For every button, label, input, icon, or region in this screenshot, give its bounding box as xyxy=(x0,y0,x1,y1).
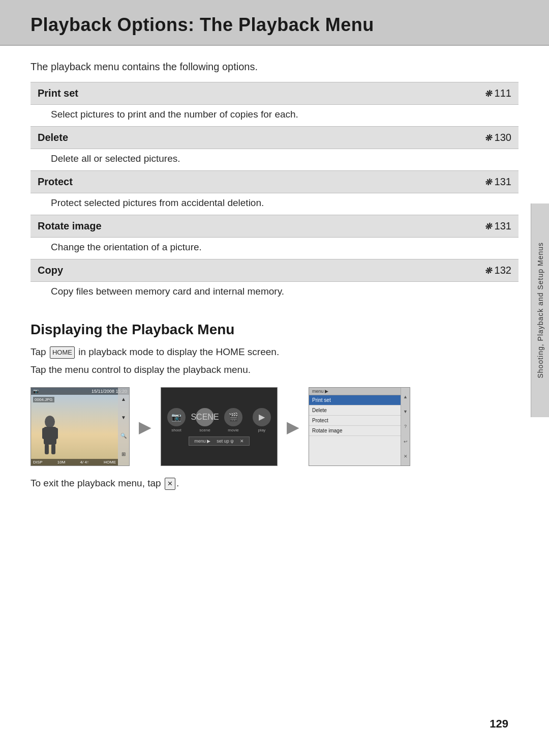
menu-item-ref: ❊ 131 xyxy=(350,171,518,193)
svg-point-0 xyxy=(45,416,55,428)
page-title: Playback Options: The Playback Menu xyxy=(30,14,518,36)
scene-icon-label: scene xyxy=(199,428,210,432)
movie-icon-item: 🎬 movie xyxy=(224,408,242,432)
step1-text: Tap HOME in playback mode to display the… xyxy=(30,345,518,360)
table-row: Delete ❊ 130 xyxy=(30,127,518,149)
menu-item-name: Copy xyxy=(30,259,350,282)
back-icon: ↩ xyxy=(404,439,408,444)
arrow-right-icon-2: ▶ xyxy=(287,417,299,437)
screen1-inner: 📷 15/11/2008 15:20 0004.JPG xyxy=(31,388,129,466)
disp-label: DISP xyxy=(33,460,43,464)
menu-label: menu ▶ xyxy=(194,439,210,444)
screen3-inner: menu ▶ ≡ Print set 🖨 Delete 🗑 Protect xyxy=(309,388,410,466)
movie-icon-label: movie xyxy=(228,428,238,432)
menu-screen-item-label: Print set xyxy=(312,397,331,403)
menu-screen-item-label: Protect xyxy=(312,418,328,423)
nav-up-icon: ▲ xyxy=(121,396,126,402)
svg-rect-2 xyxy=(42,428,46,439)
play-icon-label: play xyxy=(258,428,266,432)
section-heading: Displaying the Playback Menu xyxy=(30,322,518,338)
scene-icon-item: SCENE scene xyxy=(196,408,214,432)
person-silhouette xyxy=(36,415,64,455)
page-container: Playback Options: The Playback Menu The … xyxy=(0,0,549,756)
screen1-bottom: DISP 10M 4/ 4↑ HOME xyxy=(31,459,118,466)
nav-down-icon: ▼ xyxy=(121,415,126,420)
screen3-topbar: menu ▶ ≡ xyxy=(309,388,410,395)
shoot-icon-label: shoot xyxy=(171,428,181,432)
menu-item-ref: ❊ 111 xyxy=(350,82,518,105)
play-icon-item: ▶ play xyxy=(253,408,271,432)
intro-text: The playback menu contains the following… xyxy=(30,61,518,73)
menu-screen-item-rotate: Rotate image ↩ xyxy=(309,426,410,436)
menu-item-name: Protect xyxy=(30,171,350,193)
home-bottom-bar: menu ▶ set up ψ ✕ xyxy=(189,437,249,446)
home-icons-row: 📷 shoot SCENE scene 🎬 movie ▶ xyxy=(167,408,271,432)
table-row: Change the orientation of a picture. xyxy=(30,238,518,259)
menu-item-desc: Delete all or selected pictures. xyxy=(30,149,518,171)
camera-icon-top: 📷 xyxy=(33,389,39,394)
page-number: 129 xyxy=(490,717,508,731)
menu-item-name: Delete xyxy=(30,127,350,149)
frame-label: 4/ 4↑ xyxy=(80,460,89,464)
share-icon: ⊞ xyxy=(121,451,126,457)
camera-screen-screenshot: 📷 15/11/2008 15:20 0004.JPG xyxy=(30,387,130,466)
svg-rect-4 xyxy=(45,444,49,454)
screenshots-row: 📷 15/11/2008 15:20 0004.JPG xyxy=(30,387,518,466)
table-row: Copy files between memory card and inter… xyxy=(30,282,518,304)
menu-item-desc: Change the orientation of a picture. xyxy=(30,238,518,259)
menu-screen-item-label: Delete xyxy=(312,408,327,413)
menu-item-desc: Select pictures to print and the number … xyxy=(30,105,518,127)
nav-up-icon: ▲ xyxy=(403,394,408,399)
nav-down-icon: ▼ xyxy=(403,409,408,414)
table-row: Rotate image ❊ 131 xyxy=(30,215,518,238)
scene-icon-circle: SCENE xyxy=(196,408,214,426)
close-label: ✕ xyxy=(240,439,244,444)
menu-title: menu ▶ xyxy=(312,389,328,394)
table-row: Protect selected pictures from accidenta… xyxy=(30,193,518,215)
filename: 0004.JPG xyxy=(33,397,54,402)
menu-screen-item-label: Rotate image xyxy=(312,428,342,433)
movie-icon-circle: 🎬 xyxy=(224,408,242,426)
shoot-icon-circle: 📷 xyxy=(167,408,186,426)
exit-text: To exit the playback menu, tap ✕. xyxy=(30,476,518,491)
table-row: Delete all or selected pictures. xyxy=(30,149,518,171)
zoom-icon: 🔍 xyxy=(120,433,127,439)
table-row: Protect ❊ 131 xyxy=(30,171,518,193)
menu-item-ref: ❊ 131 xyxy=(350,215,518,238)
screen1-sidebar: ▲ ▼ 🔍 ⊞ xyxy=(118,388,129,466)
main-content: The playback menu contains the following… xyxy=(0,46,549,509)
screen3-sidebar: ▲ ▼ ? ↩ ✕ xyxy=(401,388,410,466)
side-tab-text: Shooting, Playback and Setup Menus xyxy=(536,242,544,379)
close-icon: ✕ xyxy=(404,454,408,459)
svg-rect-5 xyxy=(51,444,55,454)
arrow-right-icon-1: ▶ xyxy=(139,417,151,437)
menu-item-name: Print set xyxy=(30,82,350,105)
side-tab: Shooting, Playback and Setup Menus xyxy=(531,203,549,417)
menu-screen-item-protect: Protect 🔒 xyxy=(309,416,410,426)
setup-label: set up ψ xyxy=(217,439,233,444)
resolution-label: 10M xyxy=(57,460,66,464)
home-screen-screenshot: 📷 shoot SCENE scene 🎬 movie ▶ xyxy=(161,387,278,466)
shoot-icon-item: 📷 shoot xyxy=(167,408,186,432)
step2-text: Tap the menu control to display the play… xyxy=(30,363,518,377)
home-icon: HOME xyxy=(50,346,75,359)
table-row: Print set ❊ 111 xyxy=(30,82,518,105)
svg-rect-3 xyxy=(54,428,58,439)
screen2-inner: 📷 shoot SCENE scene 🎬 movie ▶ xyxy=(161,388,277,466)
menu-screen-item-printset: Print set 🖨 xyxy=(309,395,410,405)
menu-item-desc: Copy files between memory card and inter… xyxy=(30,282,518,304)
exit-icon: ✕ xyxy=(165,478,175,490)
header-bar: Playback Options: The Playback Menu xyxy=(0,0,549,46)
menu-item-ref: ❊ 130 xyxy=(350,127,518,149)
table-row: Select pictures to print and the number … xyxy=(30,105,518,127)
menu-screen-screenshot: menu ▶ ≡ Print set 🖨 Delete 🗑 Protect xyxy=(309,387,410,466)
menu-item-name: Rotate image xyxy=(30,215,350,238)
menu-screen-item-delete: Delete 🗑 xyxy=(309,405,410,416)
help-icon: ? xyxy=(404,424,407,429)
screen1-topbar: 📷 15/11/2008 15:20 xyxy=(31,388,129,395)
home-label: HOME xyxy=(104,460,116,464)
menu-item-desc: Protect selected pictures from accidenta… xyxy=(30,193,518,215)
table-row: Copy ❊ 132 xyxy=(30,259,518,282)
menu-table: Print set ❊ 111 Select pictures to print… xyxy=(30,82,518,303)
menu-item-ref: ❊ 132 xyxy=(350,259,518,282)
